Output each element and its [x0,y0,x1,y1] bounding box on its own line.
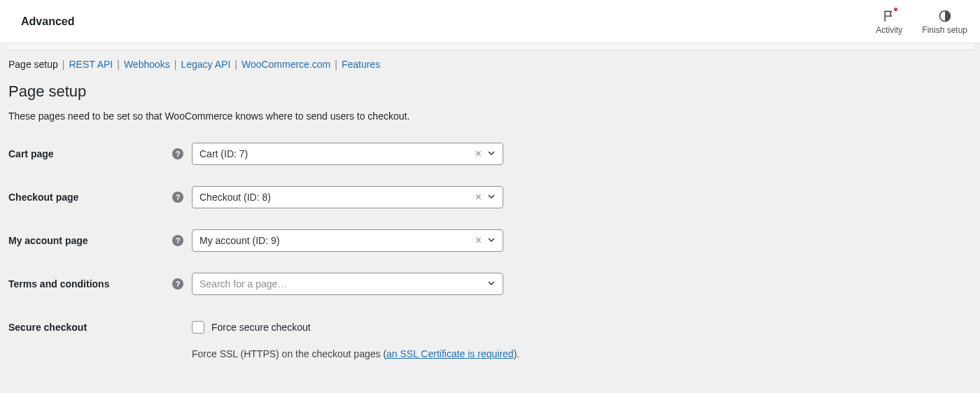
topbar-actions: Activity Finish setup [876,8,967,35]
help-icon[interactable]: ? [172,278,183,290]
clear-icon[interactable]: × [472,148,484,159]
row-cart-page: Cart page ? Cart (ID: 7) × [8,143,972,165]
label-myaccount-page: My account page [8,235,167,246]
topbar: Advanced Activity Finish setup [0,0,980,43]
help-icon[interactable]: ? [172,148,183,159]
checkbox-force-secure: Force secure checkout [192,316,682,338]
select-value: My account (ID: 9) [200,235,472,246]
select-checkout-page[interactable]: Checkout (ID: 8) × [192,186,503,208]
chevron-down-icon [484,148,496,159]
subnav-page-setup[interactable]: Page setup [8,59,58,70]
checkbox-input[interactable] [192,321,204,334]
flag-icon [881,8,897,24]
label-secure-checkout: Secure checkout [8,322,185,333]
half-circle-icon [937,8,953,24]
subnav-features[interactable]: Features [342,59,380,70]
chevron-down-icon [484,235,496,246]
subnav-woocommerce-com[interactable]: WooCommerce.com [241,59,330,70]
activity-label: Activity [876,25,902,35]
section-title: Page setup [8,83,972,101]
ssl-link[interactable]: an SSL Certificate is required [386,348,514,359]
notification-dot [893,7,898,12]
row-secure-checkout: Secure checkout Force secure checkout Fo… [8,316,972,359]
row-myaccount-page: My account page ? My account (ID: 9) × [8,229,972,252]
clear-icon[interactable]: × [472,192,484,203]
finish-setup-label: Finish setup [922,25,967,35]
label-terms: Terms and conditions [8,278,167,290]
clear-icon[interactable]: × [472,235,484,246]
band [7,43,973,50]
chevron-down-icon [484,278,496,290]
label-checkout-page: Checkout page [8,192,167,203]
finish-setup-button[interactable]: Finish setup [922,8,967,35]
select-myaccount-page[interactable]: My account (ID: 9) × [192,229,503,252]
help-icon[interactable]: ? [172,192,183,203]
select-cart-page[interactable]: Cart (ID: 7) × [192,143,503,165]
row-checkout-page: Checkout page ? Checkout (ID: 8) × [8,186,972,208]
content: Page setup These pages need to be set so… [0,70,980,380]
select-terms-page[interactable]: Search for a page… [192,273,503,295]
chevron-down-icon [484,192,496,203]
section-description: These pages need to be set so that WooCo… [8,110,972,122]
subnav-webhooks[interactable]: Webhooks [124,59,170,70]
select-value: Checkout (ID: 8) [200,192,472,203]
label-cart-page: Cart page [8,148,167,159]
select-placeholder: Search for a page… [200,278,484,290]
page-title: Advanced [21,15,74,28]
row-terms-page: Terms and conditions ? Search for a page… [8,273,972,295]
select-value: Cart (ID: 7) [200,148,472,159]
subnav-rest-api[interactable]: REST API [69,59,113,70]
checkbox-label: Force secure checkout [211,322,311,333]
activity-button[interactable]: Activity [876,8,902,35]
help-icon[interactable]: ? [172,235,183,246]
secure-help-text: Force SSL (HTTPS) on the checkout pages … [192,348,682,359]
subnav: Page setup | REST API | Webhooks | Legac… [0,50,980,70]
subnav-legacy-api[interactable]: Legacy API [181,59,230,70]
